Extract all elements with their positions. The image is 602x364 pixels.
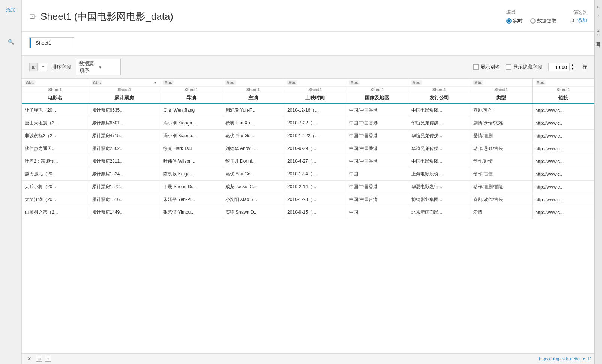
cell-6-3: 成龙 Jackie C... [222, 181, 284, 193]
right-panel-expand-icon[interactable]: › [595, 12, 602, 19]
cell-5-5: 中国 [346, 168, 408, 181]
cell-7-2: 朱延平 Yen-Pi... [160, 193, 222, 206]
cell-2-0: 非诚勿扰2（2... [22, 130, 89, 142]
sidebar-add-button[interactable]: 添加 [5, 4, 17, 16]
cell-1-7: 剧情/亲情/灾难 [470, 117, 532, 130]
cell-8-0: 山楂树之恋（2... [22, 206, 89, 219]
table-row[interactable]: 叶问2：宗师传...累计票房2311...叶伟信 Wilson...甄子丹 Do… [22, 155, 594, 168]
list-icon-bottom[interactable]: ≡ [45, 356, 51, 362]
cell-4-0: 叶问2：宗师传... [22, 155, 89, 168]
show-hidden-checkbox-box [506, 64, 511, 70]
col-source-3: Sheet1 [222, 87, 284, 93]
cell-5-4: 2010-12-4（... [284, 168, 346, 181]
table-row[interactable]: 狄仁杰之通天...累计票房2862...徐克 Hark Tsui刘德华 Andy… [22, 142, 594, 155]
sheet-tab[interactable]: Sheet1 [29, 37, 74, 48]
th-发行公司: Abc Sheet1 发行公司 [408, 79, 470, 104]
filter-content: 0 添加 [572, 17, 587, 24]
show-alias-checkbox[interactable]: 显示别名 [473, 64, 500, 70]
col-name-1: 累计票房 [89, 93, 160, 103]
close-panel-button[interactable]: ✕ [26, 355, 33, 363]
cell-3-5: 中国/中国香港 [346, 142, 408, 155]
grid-view-icon[interactable]: ⊞ [29, 63, 38, 71]
spin-down-button[interactable]: ▼ [570, 67, 576, 71]
radio-extract-circle [530, 18, 536, 24]
spin-up-button[interactable]: ▲ [570, 63, 576, 67]
col-name-6: 发行公司 [408, 93, 470, 103]
cell-1-3: 徐帆 Fan Xu ... [222, 117, 284, 130]
col-source-5: Sheet1 [346, 87, 408, 93]
data-table-container[interactable]: Abc Sheet1 电影名 Abc ▼ Sheet1 累计票房 Abc She… [22, 79, 594, 353]
col-type-4: Abc [287, 80, 297, 85]
table-row[interactable]: 让子弹飞（20...累计票房6535...姜文 Wen Jiang周润发 Yun… [22, 104, 594, 117]
sort-dropdown-value: 数据源顺序 [79, 60, 98, 74]
table-row[interactable]: 大兵小将（20...累计票房1572...丁晟 Sheng Di...成龙 Ja… [22, 181, 594, 193]
table-row[interactable]: 唐山大地震（2...累计票房6501...冯小刚 Xiaoga...徐帆 Fan… [22, 117, 594, 130]
filter-label: 筛选器 [573, 9, 587, 16]
table-row[interactable]: 非诚勿扰2（2...累计票房4715...冯小刚 Xiaoga...葛优 You… [22, 130, 594, 142]
bottom-bar-left: ✕ ⊞ ≡ [26, 355, 51, 363]
show-hidden-label: 显示隐藏字段 [513, 64, 542, 70]
cell-6-7: 动作/喜剧/冒险 [470, 181, 532, 193]
bottom-bar: ✕ ⊞ ≡ https://blog.csdn.net/qt_c_1/ [22, 353, 594, 364]
cell-6-8: http://www.c... [532, 181, 594, 193]
col-name-4: 上映时间 [284, 93, 346, 103]
cell-1-5: 中国/中国香港 [346, 117, 408, 130]
cell-3-4: 2010-9-29（... [284, 142, 346, 155]
row-count-input[interactable]: ▲ ▼ [548, 63, 576, 71]
data-table: Abc Sheet1 电影名 Abc ▼ Sheet1 累计票房 Abc She… [22, 79, 594, 219]
filter-section: 筛选器 0 添加 [572, 9, 587, 24]
cell-1-1: 累计票房6501... [89, 117, 160, 130]
header: ⊡· Sheet1 (中国电影网电影_data) 连接 实时 数据提取 [22, 0, 594, 32]
th-国家及地区: Abc Sheet1 国家及地区 [346, 79, 408, 104]
col-filter-icon[interactable]: ▼ [153, 81, 157, 85]
col-source-1: Sheet1 [89, 87, 160, 93]
cell-5-0: 赵氏孤儿（20... [22, 168, 89, 181]
radio-extract[interactable]: 数据提取 [530, 18, 557, 24]
col-type-3: Abc [225, 80, 236, 85]
table-row[interactable]: 赵氏孤儿（20...累计票房1824...陈凯歌 Kaige ...葛优 You… [22, 168, 594, 181]
cell-7-8: http://www.c... [532, 193, 594, 206]
th-电影名: Abc Sheet1 电影名 [22, 79, 89, 104]
cell-3-0: 狄仁杰之通天... [22, 142, 89, 155]
col-name-7: 类型 [470, 93, 532, 103]
cell-0-5: 中国/中国香港 [346, 104, 408, 117]
cell-4-2: 叶伟信 Wilson... [160, 155, 222, 168]
col-type-7: Abc [473, 80, 483, 85]
cell-2-8: http://www.c... [532, 130, 594, 142]
cell-4-6: 中国电影集团... [408, 155, 470, 168]
connection-radio-group: 实时 数据提取 [506, 18, 557, 24]
cell-0-2: 姜文 Wen Jiang [160, 104, 222, 117]
cell-8-4: 2010-9-15（... [284, 206, 346, 219]
cell-7-0: 大笑江湖（20... [22, 193, 89, 206]
show-hidden-checkbox[interactable]: 显示隐藏字段 [506, 64, 542, 70]
toolbar: ⊞ ≡ 排序字段 数据源顺序 ▼ 显示别名 显示隐藏字段 [22, 55, 594, 79]
cell-3-7: 动作/悬疑/古装 [470, 142, 532, 155]
right-panel-close-icon[interactable]: ✕ [595, 4, 602, 10]
table-row[interactable]: 山楂树之恋（2...累计票房1449...张艺谋 Yimou...窦骁 Shaw… [22, 206, 594, 219]
sidebar: 添加 🔍 [0, 0, 22, 364]
col-type-8: Abc [536, 80, 546, 85]
connection-section: 连接 实时 数据提取 [506, 9, 557, 24]
cell-3-1: 累计票房2862... [89, 142, 160, 155]
toolbar-right: 显示别名 显示隐藏字段 ▲ ▼ 行 [473, 63, 587, 71]
cell-3-3: 刘德华 Andy L... [222, 142, 284, 155]
header-right: 连接 实时 数据提取 筛选器 0 [506, 9, 587, 24]
table-row[interactable]: 大笑江湖（20...累计票房1516...朱延平 Yen-Pi...小沈阳 Xi… [22, 193, 594, 206]
list-view-icon[interactable]: ≡ [39, 63, 47, 71]
cell-4-7: 动作/剧情 [470, 155, 532, 168]
header-left: ⊡· Sheet1 (中国电影网电影_data) [29, 10, 173, 23]
filter-add-button[interactable]: 添加 [577, 17, 587, 24]
col-name-8: 链接 [533, 93, 594, 103]
cell-3-6: 华谊兄弟传媒... [408, 142, 470, 155]
cell-4-5: 中国/中国香港 [346, 155, 408, 168]
grid-icon-bottom[interactable]: ⊞ [36, 356, 42, 362]
cell-0-4: 2010-12-16（... [284, 104, 346, 117]
right-panel: ✕ › Dito 蓝初研习营 [594, 0, 602, 364]
col-source-7: Sheet1 [470, 87, 532, 93]
sort-dropdown[interactable]: 数据源顺序 ▼ [76, 59, 121, 75]
cell-4-8: http://www.c... [532, 155, 594, 168]
sidebar-search-icon[interactable]: 🔍 [8, 39, 14, 45]
page-title: Sheet1 (中国电影网电影_data) [41, 10, 173, 23]
row-count-field[interactable] [549, 64, 569, 71]
radio-realtime[interactable]: 实时 [506, 18, 523, 24]
